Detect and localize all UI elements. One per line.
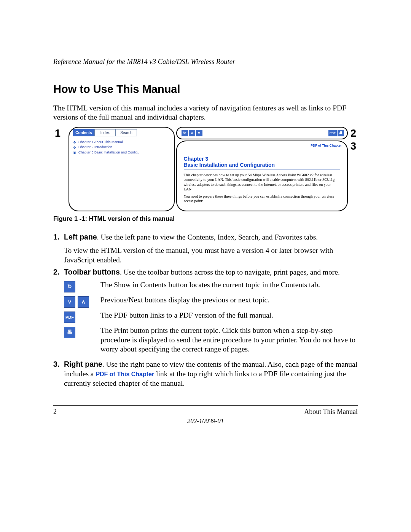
toolbar-desc-row-4: 🖶 The Print button prints the current to… <box>64 326 358 355</box>
tab-search[interactable]: Search <box>116 129 137 136</box>
figure-caption: Figure 1 -1: HTML version of this manual <box>53 215 358 222</box>
chapter-para-1: This chapter describes how to set up you… <box>184 173 340 192</box>
contents-tree[interactable]: Chapter 1 About This Manual Chapter 2 In… <box>73 140 171 211</box>
figure-left-pane: Contents Index Search Chapter 1 About Th… <box>68 127 175 211</box>
tab-contents[interactable]: Contents <box>73 129 94 136</box>
page-number: 2 <box>53 408 57 416</box>
figure-toolbar: ↻ ᴧ v PDF 🖶 <box>176 127 348 139</box>
callout-1: 1 <box>55 128 61 139</box>
prev-icon[interactable]: ᴧ <box>189 130 195 136</box>
toolbar-desc-row-2: v ᴧ Previous/Next buttons display the pr… <box>64 296 358 308</box>
show-in-contents-icon: ↻ <box>64 281 75 292</box>
toolbar-desc-row-1: ↻ The Show in Contents button locates th… <box>64 280 358 292</box>
next-topic-icon: ᴧ <box>78 296 89 308</box>
callout-2: 2 <box>350 128 356 139</box>
tab-index[interactable]: Index <box>94 129 116 136</box>
pdf-of-chapter-link[interactable]: PDF of This Chapter <box>311 144 342 147</box>
refresh-icon[interactable]: ↻ <box>182 130 188 136</box>
intro-paragraph: The HTML version of this manual includes… <box>53 104 358 122</box>
print-button-icon: 🖶 <box>64 327 75 338</box>
figure-1-1: 1 2 3 Contents Index Search Chapter 1 Ab… <box>53 127 358 211</box>
page-footer: 2 About This Manual <box>53 405 358 416</box>
list-item-1: 1. Left pane. Use the left pane to view … <box>53 232 358 265</box>
running-head: Reference Manual for the MR814 v3 Cable/… <box>53 58 358 69</box>
section-name: About This Manual <box>304 408 358 416</box>
callout-3: 3 <box>350 141 356 152</box>
chapter-number: Chapter 3 <box>184 156 340 162</box>
prev-topic-icon: v <box>64 296 75 308</box>
chapter-title: Basic Installation and Configuration <box>184 162 340 170</box>
pdf-icon[interactable]: PDF <box>328 130 337 136</box>
pdf-of-chapter-inline-icon: PDF of This Chapter <box>96 371 154 377</box>
chapter-para-2: You need to prepare these three things b… <box>184 194 340 204</box>
print-icon[interactable]: 🖶 <box>338 130 344 136</box>
figure-right-pane: PDF of This Chapter Chapter 3 Basic Inst… <box>176 141 348 211</box>
instruction-list: 1. Left pane. Use the left pane to view … <box>53 232 358 389</box>
list-item-2: 2. Toolbar buttons. Use the toolbar butt… <box>53 267 358 277</box>
document-number: 202-10039-01 <box>53 417 358 425</box>
toolbar-desc-row-3: PDF The PDF button links to a PDF versio… <box>64 311 358 323</box>
pdf-button-icon: PDF <box>64 312 75 323</box>
next-icon[interactable]: v <box>196 130 202 136</box>
page-title: How to Use This Manual <box>53 83 358 98</box>
list-item-3: 3. Right pane. Use the right pane to vie… <box>53 359 358 388</box>
